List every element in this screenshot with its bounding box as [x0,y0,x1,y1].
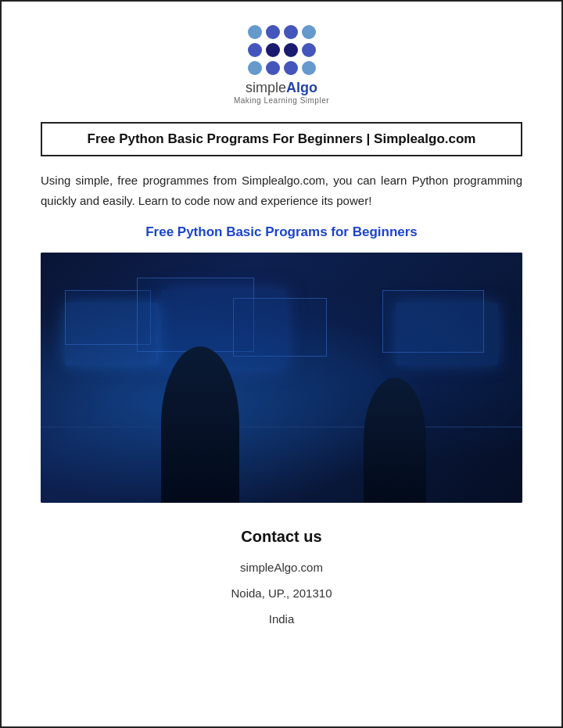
page-title: Free Python Basic Programs For Beginners… [88,131,476,146]
person-silhouette-2 [364,378,426,503]
description-text: Using simple, free programmes from Simpl… [41,170,522,210]
logo-dot [266,43,280,57]
logo-dot [248,43,262,57]
logo-text: simpleAlgo Making Learning Simpler [234,80,329,105]
logo-tagline: Making Learning Simpler [234,96,329,105]
title-box: Free Python Basic Programs For Beginners… [41,122,522,156]
logo-dot [302,43,316,57]
person-silhouette-1 [161,346,239,503]
logo-simple: simple [246,80,286,95]
section-heading: Free Python Basic Programs for Beginners [41,224,522,240]
logo-dot [284,61,298,75]
logo-dot [266,61,280,75]
contact-section: Contact us simpleAlgo.com Noida, UP., 20… [41,528,522,629]
desk-line [41,426,522,428]
logo-brand: simpleAlgo [246,80,317,96]
contact-heading: Contact us [241,528,321,546]
logo-dot [266,25,280,39]
page-container: simpleAlgo Making Learning Simpler Free … [0,0,563,728]
screen-glow-left [65,303,159,365]
logo-dot [284,43,298,57]
logo-dot [302,25,316,39]
hero-image [41,253,522,503]
logo-dot [284,25,298,39]
logo-dot [302,61,316,75]
logo-algo: Algo [286,80,317,95]
contact-website: simpleAlgo.com [240,557,323,578]
contact-country: India [269,608,295,629]
hero-overlay [41,253,522,503]
logo-area: simpleAlgo Making Learning Simpler [234,25,329,105]
logo-dot [248,61,262,75]
screen-glow-right [396,303,498,365]
contact-address: Noida, UP., 201310 [231,583,332,604]
logo-dot [248,25,262,39]
logo-dots [248,25,316,75]
